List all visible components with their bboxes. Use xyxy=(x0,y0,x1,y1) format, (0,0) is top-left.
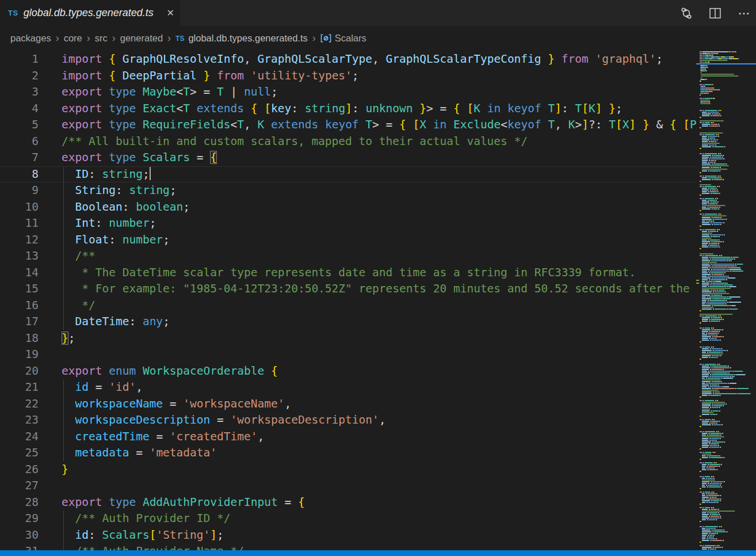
code-line-content: } xyxy=(62,462,68,478)
code-line[interactable]: 20export enum WorkspaceOrderable { xyxy=(0,363,696,380)
code-line[interactable]: 16 */ xyxy=(0,298,696,314)
code-line[interactable]: 31 /** Auth Provider Name */ xyxy=(0,543,696,550)
code-line[interactable]: 22 workspaceName = 'workspaceName', xyxy=(0,396,696,413)
code-line[interactable]: 3export type Maybe<T> = T | null; xyxy=(0,84,696,101)
line-number: 18 xyxy=(0,330,39,347)
code-line[interactable]: 14 * The DateTime scalar type represents… xyxy=(0,265,696,281)
code-editor[interactable]: 1import { GraphQLResolveInfo, GraphQLSca… xyxy=(0,51,696,550)
line-number: 29 xyxy=(0,511,39,527)
code-line-content: export type RequireFields<T, K extends k… xyxy=(62,117,696,134)
line-number: 15 xyxy=(0,281,39,298)
editor-actions xyxy=(680,0,750,26)
line-number: 6 xyxy=(0,134,39,150)
code-line[interactable]: 23 workspaceDescription = 'workspaceDesc… xyxy=(0,412,696,429)
code-line-content: }; xyxy=(62,330,75,347)
code-line[interactable]: 15 * For example: "1985-04-12T23:20:50.5… xyxy=(0,281,696,298)
line-number: 20 xyxy=(0,363,39,380)
code-line-content: String: string; xyxy=(62,182,177,199)
code-line-content: export type AddAuthProviderInput = { xyxy=(62,494,305,511)
line-number: 17 xyxy=(0,314,39,330)
code-line-content: /** Auth Provider Name */ xyxy=(62,543,244,550)
code-line[interactable]: 11 Int: number; xyxy=(0,215,696,232)
code-line[interactable]: 27 xyxy=(0,478,696,494)
breadcrumb-item-generated[interactable]: generated xyxy=(120,33,163,44)
code-line[interactable]: 17 DateTime: any; xyxy=(0,314,696,330)
code-line-content: id: Scalars['String']; xyxy=(62,527,224,544)
line-number: 4 xyxy=(0,101,39,117)
code-line[interactable]: 6/** All built-in and custom scalars, ma… xyxy=(0,134,696,150)
line-number: 5 xyxy=(0,117,39,134)
code-line[interactable]: 5export type RequireFields<T, K extends … xyxy=(0,117,696,134)
code-line[interactable]: 13 /** xyxy=(0,248,696,265)
code-line-content: Float: number; xyxy=(62,232,170,249)
breadcrumb-symbol[interactable]: Scalars xyxy=(335,33,366,44)
code-line-content: Int: number; xyxy=(62,215,156,232)
tab-bar: TS global.db.types.generated.ts ✕ xyxy=(0,0,756,26)
code-line[interactable]: 2import { DeepPartial } from 'utility-ty… xyxy=(0,68,696,85)
line-number: 3 xyxy=(0,84,39,101)
code-line-content: * For example: "1985-04-12T23:20:50.52Z"… xyxy=(62,281,696,298)
breadcrumb-item-src[interactable]: src xyxy=(95,33,108,44)
code-line-content: * The DateTime scalar type represents da… xyxy=(62,265,636,281)
code-line[interactable]: 8 ID: string; xyxy=(0,166,696,183)
line-number: 14 xyxy=(0,265,39,281)
code-line[interactable]: 25 metadata = 'metadata' xyxy=(0,445,696,462)
tab-close-icon[interactable]: ✕ xyxy=(167,7,174,18)
code-line-content: /** All built-in and custom scalars, map… xyxy=(62,134,528,150)
line-number: 9 xyxy=(0,182,39,199)
typescript-file-icon: TS xyxy=(8,9,18,17)
code-line-content: DateTime: any; xyxy=(62,314,170,330)
breadcrumb: packages›core›src›generated›TSglobal.db.… xyxy=(0,26,756,51)
line-number: 10 xyxy=(0,199,39,216)
code-line[interactable]: 30 id: Scalars['String']; xyxy=(0,527,696,544)
code-line[interactable]: 12 Float: number; xyxy=(0,232,696,249)
breadcrumb-separator: › xyxy=(56,32,59,44)
code-line[interactable]: 10 Boolean: boolean; xyxy=(0,199,696,216)
code-line[interactable]: 26} xyxy=(0,462,696,478)
line-number: 30 xyxy=(0,527,39,544)
code-line-content: /** Auth Provider ID */ xyxy=(62,511,231,527)
line-number: 24 xyxy=(0,429,39,445)
breadcrumb-separator: › xyxy=(87,32,90,44)
code-line-content: Boolean: boolean; xyxy=(62,199,190,216)
line-number: 27 xyxy=(0,478,39,494)
more-actions-icon[interactable] xyxy=(738,7,750,20)
code-line-content: export type Exact<T extends { [key: stri… xyxy=(62,101,623,117)
code-line[interactable]: 4export type Exact<T extends { [key: str… xyxy=(0,101,696,117)
code-line[interactable]: 21 id = 'id', xyxy=(0,379,696,396)
line-number: 11 xyxy=(0,215,39,232)
breadcrumb-item-core[interactable]: core xyxy=(64,33,82,44)
code-line-content: id = 'id', xyxy=(62,379,143,396)
breadcrumb-file[interactable]: global.db.types.generated.ts xyxy=(188,33,307,44)
code-line-content: /** xyxy=(62,248,96,265)
code-line[interactable]: 9 String: string; xyxy=(0,182,696,199)
code-line-content: metadata = 'metadata' xyxy=(62,445,217,462)
code-line[interactable]: 18}; xyxy=(0,330,696,347)
line-number: 19 xyxy=(0,346,39,363)
code-line-content: export type Maybe<T> = T | null; xyxy=(62,84,278,101)
code-line[interactable]: 28export type AddAuthProviderInput = { xyxy=(0,494,696,511)
open-changes-icon[interactable] xyxy=(680,7,693,20)
line-number: 22 xyxy=(0,396,39,413)
line-number: 23 xyxy=(0,412,39,429)
code-line[interactable]: 29 /** Auth Provider ID */ xyxy=(0,511,696,527)
line-number: 28 xyxy=(0,494,39,511)
code-line[interactable]: 24 createdTime = 'createdTime', xyxy=(0,429,696,445)
code-line-content: import { DeepPartial } from 'utility-typ… xyxy=(62,68,359,85)
code-line-content: import { GraphQLResolveInfo, GraphQLScal… xyxy=(62,51,663,68)
breadcrumb-item-packages[interactable]: packages xyxy=(10,33,51,44)
minimap[interactable] xyxy=(696,51,756,550)
line-number: 31 xyxy=(0,543,39,550)
line-number: 16 xyxy=(0,298,39,314)
editor-tab[interactable]: TS global.db.types.generated.ts ✕ xyxy=(0,0,180,26)
split-editor-icon[interactable] xyxy=(709,7,721,20)
line-number: 1 xyxy=(0,51,39,68)
line-number: 25 xyxy=(0,445,39,462)
code-line-content: export type Scalars = { xyxy=(62,150,217,166)
code-line-content: workspaceDescription = 'workspaceDescrip… xyxy=(62,412,386,429)
code-line[interactable]: 1import { GraphQLResolveInfo, GraphQLSca… xyxy=(0,51,696,68)
code-line[interactable]: 19 xyxy=(0,346,696,363)
code-line[interactable]: 7export type Scalars = { xyxy=(0,150,696,166)
code-line-content: export enum WorkspaceOrderable { xyxy=(62,363,278,380)
line-number: 26 xyxy=(0,462,39,478)
